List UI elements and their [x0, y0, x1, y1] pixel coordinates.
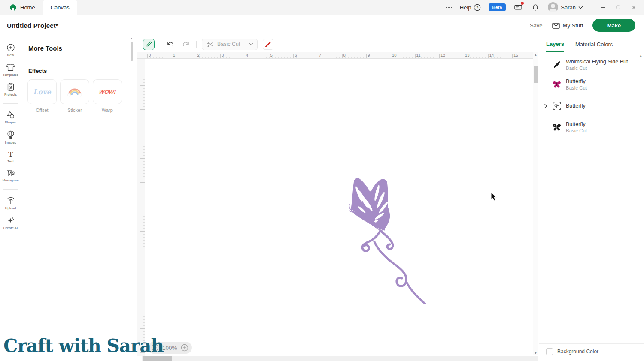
- effects-section-title: Effects: [21, 60, 134, 79]
- layer-title: Butterfly: [566, 78, 587, 84]
- zoom-in-button[interactable]: [181, 344, 188, 352]
- help-button[interactable]: Help ?: [460, 4, 481, 11]
- window-maximize-button[interactable]: [612, 2, 624, 12]
- canvas-horizontal-scrollbar[interactable]: [142, 356, 538, 361]
- user-menu[interactable]: Sarah: [548, 2, 583, 12]
- linetype-value: Basic Cut: [217, 41, 245, 47]
- scissors-icon: [206, 41, 213, 48]
- group-icon: [552, 101, 562, 111]
- images-balloon-icon: [7, 130, 15, 139]
- project-header: Untitled Project* Save My Stuff Make: [0, 15, 644, 36]
- effect-warp[interactable]: WOW! Warp: [93, 79, 122, 113]
- layer-row-butterfly-pink[interactable]: Butterfly Basic Cut: [539, 75, 644, 94]
- sidebar-item-new[interactable]: New: [0, 40, 21, 60]
- tab-home[interactable]: Home: [2, 0, 43, 15]
- craft-with-sarah-watermark: Craft with Sarah: [3, 335, 164, 356]
- background-color-label: Background Color: [557, 349, 598, 355]
- my-stuff-label: My Stuff: [563, 22, 583, 29]
- layer-row-whimsical-butterfly[interactable]: Whimsical Flying Side But... Basic Cut: [539, 55, 644, 75]
- redo-button[interactable]: [181, 39, 191, 49]
- shapes-icon: [6, 111, 15, 119]
- templates-shirt-icon: [6, 63, 15, 72]
- sidebar-item-upload[interactable]: Upload: [0, 193, 21, 213]
- tab-material-colors[interactable]: Material Colors: [575, 41, 613, 51]
- tab-layers[interactable]: Layers: [546, 41, 564, 52]
- scroll-up-icon[interactable]: ▲: [533, 53, 538, 56]
- sidebar-item-projects[interactable]: Projects: [0, 80, 21, 99]
- layer-thumbnail-feather: [552, 60, 562, 69]
- draw-tool-button[interactable]: [143, 39, 155, 50]
- toolbar-divider: [196, 41, 197, 48]
- canvas-vertical-scrollbar[interactable]: ▲ ▼: [533, 52, 538, 355]
- layer-thumbnail-pink-butterfly: [552, 80, 562, 89]
- sidebar-item-shapes[interactable]: Shapes: [0, 108, 21, 127]
- notification-dot: [521, 2, 524, 5]
- sparkle-ai-icon: [6, 216, 15, 225]
- tab-canvas-label: Canvas: [51, 4, 70, 11]
- layer-row-butterfly-black[interactable]: Butterfly Basic Cut: [539, 117, 644, 137]
- effect-sticker[interactable]: Sticker: [60, 79, 89, 113]
- svg-text:T: T: [8, 150, 13, 158]
- tab-home-label: Home: [20, 4, 35, 11]
- user-avatar: [548, 2, 558, 12]
- project-title: Untitled Project*: [7, 22, 58, 29]
- warp-preview: WOW!: [98, 89, 116, 95]
- beta-badge: Beta: [489, 3, 506, 11]
- sidebar-item-templates[interactable]: Templates: [0, 60, 21, 80]
- layer-title: Butterfly: [566, 121, 587, 127]
- ruler-corner: [137, 52, 145, 59]
- sidebar-divider: [3, 103, 18, 104]
- my-stuff-icon: [552, 22, 560, 29]
- toolbar-divider: [160, 41, 160, 48]
- rainbow-sticker-icon: [67, 87, 83, 97]
- canvas-toolbar: Basic Cut: [143, 37, 273, 51]
- expand-chevron-icon[interactable]: [544, 104, 547, 108]
- text-icon: T: [7, 150, 15, 158]
- zoom-percent: 100%: [162, 345, 177, 351]
- more-options-icon[interactable]: [446, 7, 452, 8]
- undo-button[interactable]: [165, 39, 176, 49]
- make-button[interactable]: Make: [592, 19, 635, 32]
- new-plus-icon: [6, 43, 15, 52]
- subscription-card-button[interactable]: [513, 3, 523, 12]
- window-minimize-button[interactable]: [597, 2, 609, 12]
- window-close-button[interactable]: [628, 2, 640, 12]
- layer-linetype: Basic Cut: [566, 128, 587, 133]
- sidebar-divider: [3, 189, 18, 190]
- background-color-checkbox[interactable]: [546, 348, 553, 355]
- save-button[interactable]: Save: [530, 22, 543, 29]
- offset-preview: Love: [33, 88, 51, 96]
- tools-panel-scrollbar[interactable]: ▲: [130, 37, 133, 360]
- notifications-bell-button[interactable]: [531, 3, 540, 12]
- tab-canvas[interactable]: Canvas: [43, 0, 77, 15]
- sidebar-item-create-ai[interactable]: Create AI: [0, 213, 21, 233]
- layer-thumbnail-black-butterfly: [552, 123, 562, 132]
- scroll-down-icon[interactable]: ▼: [533, 352, 538, 355]
- effect-offset[interactable]: Love Offset: [27, 79, 57, 113]
- sidebar-item-images[interactable]: Images: [0, 127, 21, 147]
- help-question-icon: ?: [474, 4, 481, 11]
- user-name: Sarah: [561, 4, 576, 11]
- help-label: Help: [460, 4, 471, 11]
- layer-title: Whimsical Flying Side But...: [566, 59, 632, 65]
- upload-icon: [6, 196, 15, 205]
- linetype-dropdown[interactable]: Basic Cut: [202, 39, 258, 50]
- more-tools-panel: More Tools Effects Love Offset Sticker W…: [21, 36, 134, 361]
- svg-text:?: ?: [476, 5, 478, 9]
- sidebar-item-text[interactable]: T Text: [0, 147, 21, 166]
- layer-title: Butterfly: [566, 103, 586, 109]
- layer-row-butterfly-group[interactable]: Butterfly: [539, 94, 644, 117]
- layers-panel: Layers Material Colors ▲ Whimsical Flyin…: [539, 36, 644, 361]
- butterfly-design[interactable]: [349, 177, 430, 305]
- pen-color-button[interactable]: [263, 39, 273, 50]
- top-bar: Home Canvas Help ? Beta Sarah: [0, 0, 644, 15]
- chevron-down-icon: [578, 6, 583, 9]
- cricut-design-space-window: Home Canvas Help ? Beta Sarah: [0, 0, 644, 361]
- canvas-area[interactable]: Basic Cut 0123456789101112131415 1112131…: [134, 36, 539, 361]
- chevron-down-icon: [249, 43, 253, 45]
- my-stuff-button[interactable]: My Stuff: [552, 22, 583, 29]
- sidebar-item-monogram[interactable]: Monogram: [0, 166, 21, 185]
- mouse-cursor: [490, 192, 499, 202]
- scroll-up-icon[interactable]: ▲: [130, 37, 133, 40]
- layer-linetype: Basic Cut: [566, 66, 632, 71]
